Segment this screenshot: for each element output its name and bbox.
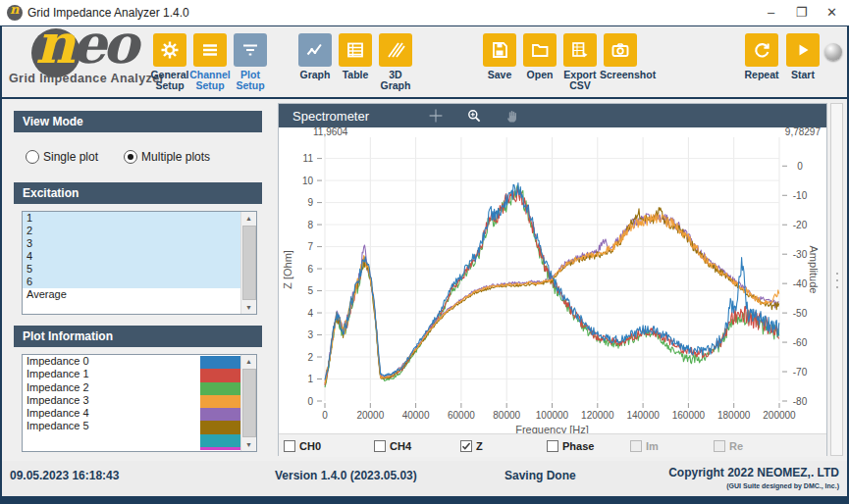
excitation-item-3[interactable]: 3 [23, 237, 241, 250]
checkbox-ch4[interactable]: CH4 [374, 440, 411, 452]
excitation-list[interactable]: 123456Average▲▼ [22, 211, 257, 315]
color-swatch [200, 408, 241, 421]
chart-panel: Spectrometer 012345678910110-10-20-30-40… [278, 103, 827, 456]
close-button[interactable]: ✕ [817, 0, 847, 25]
radio-dot-icon [124, 150, 137, 164]
toolbar-button-save[interactable]: Save [479, 33, 520, 80]
svg-text:100000: 100000 [536, 410, 569, 421]
scroll-down-button[interactable]: ▼ [241, 438, 256, 451]
toolbar-button-export-csv[interactable]: Export CSV [559, 33, 601, 91]
svg-text:60000: 60000 [448, 410, 475, 421]
chart-canvas[interactable]: 012345678910110-10-20-30-40-50-60-70-800… [279, 127, 828, 433]
svg-text:8: 8 [307, 220, 313, 230]
zoom-in-icon[interactable] [466, 108, 483, 125]
status-copyright: Copyright 2022 NEOMEZ,. LTD [668, 466, 839, 479]
plot-info-item-impedance-2[interactable]: Impedance 2 [23, 381, 199, 394]
status-datetime: 09.05.2023 16:18:43 [10, 469, 119, 482]
toolbar-button-general-setup[interactable]: General Setup [149, 33, 190, 91]
excitation-item-5[interactable]: 5 [23, 263, 241, 276]
checkbox-im: Im [630, 440, 659, 452]
toolbar-button-label: Plot Setup [230, 70, 271, 91]
view-mode-header: View Mode [14, 111, 262, 132]
plot-info-item-impedance-5[interactable]: Impedance 5 [23, 420, 199, 432]
toolbar-button-channel-setup[interactable]: Channel Setup [189, 33, 231, 91]
excitation-item-6[interactable]: 6 [23, 276, 241, 288]
radio-multiple-plots[interactable]: Multiple plots [124, 150, 210, 164]
svg-text:200000: 200000 [763, 410, 796, 421]
line-chart-icon [298, 33, 332, 67]
brand-logo-n: n [35, 11, 72, 76]
svg-text:0: 0 [307, 396, 313, 407]
svg-text:-70: -70 [793, 367, 808, 378]
camera-icon [604, 33, 637, 67]
refresh-icon [745, 33, 778, 67]
color-swatch [200, 382, 241, 395]
play-icon [786, 33, 820, 67]
scroll-up-button[interactable]: ▲ [241, 355, 256, 368]
checkbox-box-icon [547, 440, 558, 452]
checkbox-z[interactable]: Z [460, 440, 483, 452]
svg-text:9,78297: 9,78297 [785, 127, 822, 137]
hatch-3d-icon [379, 33, 412, 67]
menu-lines-icon [193, 33, 227, 67]
plot-info-item-impedance-4[interactable]: Impedance 4 [23, 407, 199, 420]
toolbar-button-3d-graph[interactable]: 3D Graph [375, 33, 416, 91]
excitation-item-4[interactable]: 4 [23, 250, 241, 263]
svg-text:140000: 140000 [626, 410, 660, 421]
app-logo-letter: n [10, 2, 19, 17]
status-copyright-sub: (GUI Suite designed by DMC., Inc.) [726, 482, 839, 489]
toolbar-button-repeat[interactable]: Repeat [741, 33, 782, 80]
toolbar: neo Grid Impedance Analyzer General Setu… [2, 26, 847, 97]
floppy-icon [483, 33, 516, 67]
toolbar-button-label: 3D Graph [375, 70, 416, 91]
svg-text:Amplitude: Amplitude [808, 246, 820, 294]
plot-info-item-impedance-1[interactable]: Impedance 1 [23, 368, 199, 380]
scroll-up-button[interactable]: ▲ [241, 212, 256, 225]
svg-text:11,9604: 11,9604 [313, 127, 348, 137]
plot-info-item-impedance-0[interactable]: Impedance 0 [23, 355, 199, 368]
pan-hand-icon[interactable] [504, 108, 521, 125]
scrollbar-thumb[interactable] [242, 226, 256, 300]
toolbar-button-label: Repeat [741, 70, 782, 80]
toolbar-button-screenshot[interactable]: Screenshot [600, 33, 641, 80]
plot-info-item-impedance-3[interactable]: Impedance 3 [23, 394, 199, 407]
svg-text:3: 3 [307, 329, 313, 340]
toolbar-button-label: Screenshot [600, 70, 641, 80]
scrollbar-thumb[interactable] [242, 369, 256, 437]
side-splitter[interactable] [830, 103, 843, 456]
excitation-item-average[interactable]: Average [23, 288, 241, 301]
toolbar-button-open[interactable]: Open [519, 33, 560, 80]
app-logo-icon: n [7, 5, 23, 21]
checkbox-box-icon [714, 440, 725, 452]
radio-label: Multiple plots [141, 150, 210, 164]
scrollbar[interactable]: ▲▼ [240, 212, 256, 314]
svg-text:180000: 180000 [717, 410, 751, 421]
channel-checkbox-row: CH0CH4ZPhaseImRe [279, 433, 826, 457]
chart-title: Spectrometer [292, 109, 369, 124]
chart-header: Spectrometer [279, 104, 826, 127]
scroll-down-button[interactable]: ▼ [241, 301, 256, 314]
application-window: n Grid Impedance Analyzer 1.4.0 – ❐ ✕ ne… [0, 0, 849, 504]
plot-information-list[interactable]: Impedance 0Impedance 1Impedance 2Impedan… [22, 354, 257, 452]
radio-single-plot[interactable]: Single plot [26, 150, 98, 164]
excitation-item-2[interactable]: 2 [23, 225, 241, 237]
toolbar-button-label: Start [782, 70, 823, 80]
checkbox-ch0[interactable]: CH0 [284, 440, 321, 452]
toolbar-button-graph[interactable]: Graph [294, 33, 336, 80]
toolbar-button-table[interactable]: Table [335, 33, 376, 80]
svg-text:11: 11 [303, 153, 314, 164]
filter-icon [234, 33, 267, 67]
radio-dot-icon [26, 150, 39, 164]
toolbar-button-start[interactable]: Start [782, 33, 823, 80]
status-bar: 09.05.2023 16:18:43 Version 1.4.0 (2023.… [2, 461, 847, 496]
checkbox-label: Im [646, 440, 659, 452]
checkbox-phase[interactable]: Phase [547, 440, 594, 452]
toolbar-button-plot-setup[interactable]: Plot Setup [230, 33, 271, 91]
scrollbar[interactable]: ▲▼ [240, 355, 256, 451]
minimize-button[interactable]: – [756, 0, 786, 25]
view-mode-options: Single plotMultiple plots [26, 150, 210, 164]
status-message: Saving Done [504, 469, 576, 482]
maximize-button[interactable]: ❐ [786, 0, 817, 25]
crosshair-icon[interactable] [428, 108, 445, 125]
excitation-item-1[interactable]: 1 [23, 212, 241, 225]
